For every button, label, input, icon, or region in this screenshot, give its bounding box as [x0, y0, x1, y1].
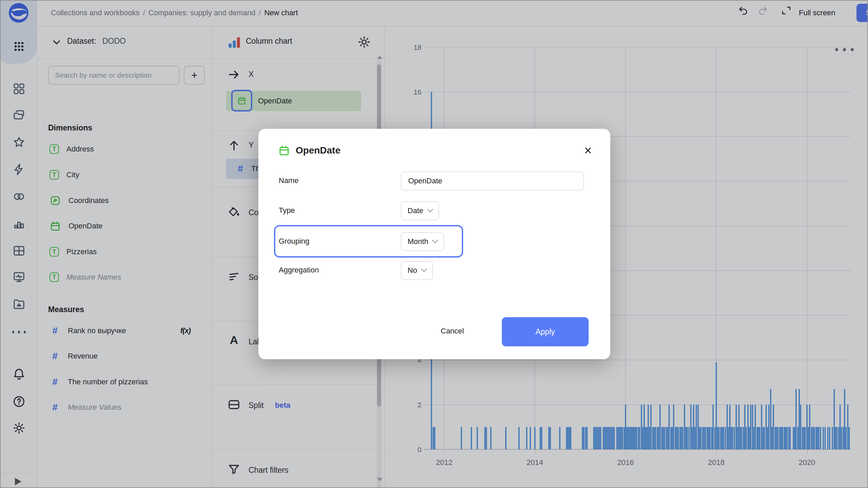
apply-button[interactable]: Apply	[502, 317, 589, 346]
grouping-value: Month	[408, 237, 428, 246]
chevron-down-icon	[432, 237, 438, 243]
aggregation-label: Aggregation	[279, 266, 319, 274]
grouping-label: Grouping	[279, 237, 310, 246]
calendar-field-icon	[278, 144, 290, 157]
name-input[interactable]	[401, 171, 584, 190]
type-value: Date	[408, 206, 423, 215]
aggregation-select[interactable]: No	[401, 261, 433, 280]
name-label: Name	[279, 176, 299, 185]
type-label: Type	[279, 206, 295, 215]
aggregation-value: No	[408, 266, 417, 275]
chevron-down-icon	[421, 266, 427, 272]
close-icon[interactable]: ×	[579, 142, 597, 159]
dialog-title: OpenDate	[296, 145, 340, 156]
field-settings-dialog: OpenDate × Name Type Date Grouping Month…	[258, 129, 610, 359]
type-select[interactable]: Date	[401, 201, 439, 220]
cancel-button[interactable]: Cancel	[436, 321, 469, 341]
chevron-down-icon	[427, 206, 433, 212]
grouping-select[interactable]: Month	[401, 232, 444, 251]
